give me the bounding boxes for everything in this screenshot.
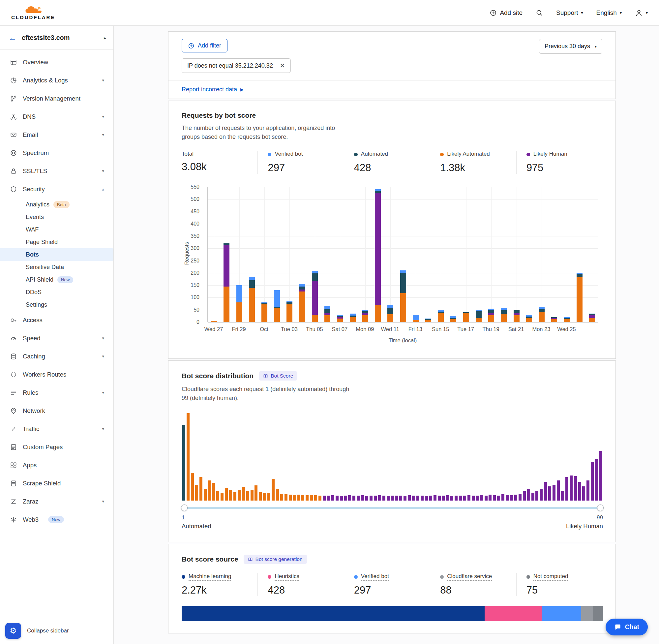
sidebar-item-page-shield[interactable]: Page Shield <box>0 236 113 248</box>
settings-fab[interactable]: ⚙ <box>5 623 21 639</box>
cloudflare-logo[interactable]: CLOUDFLARE <box>11 6 55 20</box>
sidebar-item-custom-pages[interactable]: Custom Pages <box>0 438 113 456</box>
stat-label[interactable]: Not computed <box>534 573 568 581</box>
slider-handle-max[interactable] <box>597 505 604 511</box>
collapse-sidebar-button[interactable]: Collapse sidebar <box>27 627 69 634</box>
sidebar-item-label: Analytics & Logs <box>23 77 68 84</box>
report-incorrect-data-link[interactable]: Report incorrect data ▶ <box>182 86 244 93</box>
legend-dot <box>440 575 444 579</box>
sidebar-item-analytics[interactable]: AnalyticsBeta <box>0 198 113 211</box>
sidebar-item-access[interactable]: Access <box>0 311 113 329</box>
histogram-bar-likely-automated <box>284 494 287 501</box>
sidebar-item-events[interactable]: Events <box>0 211 113 223</box>
sidebar-item-ssl-tls[interactable]: SSL/TLS▾ <box>0 162 113 180</box>
gridline <box>491 187 492 322</box>
sidebar-item-network[interactable]: Network <box>0 401 113 420</box>
site-name[interactable]: cftestsite3.com <box>22 34 99 42</box>
chat-button[interactable]: Chat <box>606 619 648 636</box>
source-segment-machine-learning <box>182 606 485 621</box>
bar-likely-automated <box>463 313 469 322</box>
search-button[interactable] <box>536 9 543 17</box>
histogram-bar-likely-human <box>489 495 492 501</box>
stat-label[interactable]: Likely Human <box>534 151 567 158</box>
sidebar-item-api-shield[interactable]: API ShieldNew <box>0 273 113 286</box>
stat-verified-bot: Verified bot297 <box>257 151 344 174</box>
sidebar-item-label: Overview <box>23 59 48 66</box>
sidebar-item-ddos[interactable]: DDoS <box>0 286 113 298</box>
bar-likely-automated <box>362 315 368 322</box>
histogram-bar-likely-human <box>352 496 355 501</box>
bar-likely-automated <box>299 292 305 322</box>
filter-chip[interactable]: IP does not equal 35.212.240.32 ✕ <box>182 59 291 73</box>
bar-likely-automated <box>324 315 330 322</box>
sidebar-item-scrape-shield[interactable]: Scrape Shield <box>0 474 113 492</box>
x-tick-label: Sat 07 <box>332 326 348 332</box>
slider-track[interactable] <box>182 507 603 509</box>
back-arrow-icon[interactable]: ← <box>8 33 17 43</box>
add-filter-button[interactable]: Add filter <box>182 39 228 52</box>
bar-automated <box>463 312 469 313</box>
sidebar-item-dns[interactable]: DNS▾ <box>0 108 113 125</box>
remove-filter-icon[interactable]: ✕ <box>278 62 287 70</box>
site-chevron-icon[interactable]: ▸ <box>104 35 106 41</box>
support-menu[interactable]: Support ▾ <box>556 9 583 17</box>
sidebar-item-workers-routes[interactable]: Workers Routes <box>0 365 113 384</box>
book-icon <box>263 374 268 378</box>
stat-label[interactable]: Heuristics <box>275 573 299 581</box>
bar-likely-automated <box>375 305 381 322</box>
language-menu[interactable]: English ▾ <box>596 9 622 17</box>
sidebar-item-caching[interactable]: Caching▾ <box>0 347 113 365</box>
histogram-bar-likely-automated <box>314 495 317 501</box>
sidebar-item-analytics-logs[interactable]: Analytics & Logs▾ <box>0 71 113 89</box>
bar-likely-automated <box>501 314 507 322</box>
sidebar-item-overview[interactable]: Overview <box>0 53 113 71</box>
x-tick-label: Fri 13 <box>408 326 422 332</box>
histogram-bar-likely-human <box>331 495 334 501</box>
sidebar-item-speed[interactable]: Speed▾ <box>0 329 113 347</box>
sidebar-item-apps[interactable]: Apps <box>0 456 113 474</box>
sidebar-item-traffic[interactable]: Traffic▾ <box>0 420 113 438</box>
sidebar-item-label: WAF <box>26 226 39 233</box>
add-site-button[interactable]: Add site <box>490 9 522 17</box>
sidebar-item-rules[interactable]: Rules▾ <box>0 384 113 401</box>
y-tick-label: 400 <box>191 221 199 227</box>
x-axis-title: Time (local) <box>207 337 598 344</box>
sidebar-item-label: API Shield <box>26 276 53 283</box>
analytics-logs-icon <box>10 77 17 84</box>
source-stacked-bar <box>182 606 603 621</box>
stat-label[interactable]: Verified bot <box>361 573 389 581</box>
bot-score-docs-pill[interactable]: Bot Score <box>259 371 297 381</box>
sidebar-item-settings[interactable]: Settings <box>0 298 113 311</box>
sidebar-item-label: Apps <box>23 462 37 469</box>
source-stats-row: Machine learning2.27kHeuristics428Verifi… <box>182 573 602 596</box>
sidebar-item-spectrum[interactable]: Spectrum <box>0 144 113 162</box>
sidebar-item-zaraz[interactable]: Zaraz▾ <box>0 492 113 510</box>
account-menu[interactable]: ▾ <box>635 9 648 17</box>
sidebar-item-version-management[interactable]: Version Management <box>0 89 113 108</box>
histogram-bar-likely-human <box>361 495 364 501</box>
histogram-bar-likely-human <box>595 459 598 501</box>
sidebar-item-security[interactable]: Security▴ <box>0 180 113 198</box>
bar-likely-automated <box>400 293 406 322</box>
sidebar-item-sensitive-data[interactable]: Sensitive Data <box>0 261 113 273</box>
sidebar-item-label: Zaraz <box>23 498 38 505</box>
sidebar-item-email[interactable]: Email▾ <box>0 125 113 144</box>
slider-handle-min[interactable] <box>181 505 188 511</box>
stat-label[interactable]: Likely Automated <box>447 151 490 158</box>
sidebar-item-bots[interactable]: Bots <box>0 248 113 261</box>
histogram-bar-likely-automated <box>208 480 211 501</box>
legend-dot <box>268 575 271 579</box>
date-range-select[interactable]: Previous 30 days ▾ <box>539 39 602 54</box>
sidebar-item-web3[interactable]: Web3New <box>0 510 113 529</box>
sidebar-item-label: Network <box>23 407 45 414</box>
chevron-down-icon: ▾ <box>102 114 104 119</box>
chat-label: Chat <box>625 623 639 631</box>
stat-label[interactable]: Machine learning <box>189 573 231 581</box>
histogram-bar-likely-automated <box>199 477 203 501</box>
histogram-bar-likely-human <box>408 495 411 501</box>
sidebar-item-waf[interactable]: WAF <box>0 223 113 236</box>
stat-label[interactable]: Cloudflare service <box>447 573 492 581</box>
stat-label[interactable]: Verified bot <box>275 151 303 158</box>
stat-label[interactable]: Automated <box>361 151 388 158</box>
bot-score-generation-docs-pill[interactable]: Bot score generation <box>244 555 307 564</box>
